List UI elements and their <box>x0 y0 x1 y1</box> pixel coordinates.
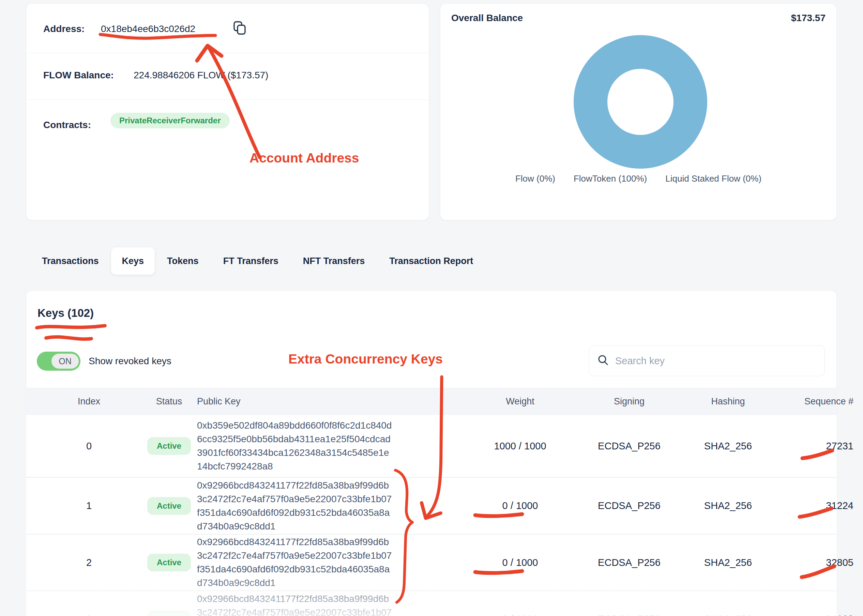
status-badge: Active <box>147 497 191 515</box>
tab-transactions[interactable]: Transactions <box>42 247 111 275</box>
key-index: 1 <box>74 478 104 534</box>
header-index[interactable]: Index <box>74 388 104 415</box>
key-sequence: 27231 <box>776 415 854 477</box>
key-signing: ECDSA_P256 <box>588 534 670 591</box>
key-public-key: 0x92966bcd843241177f22fd85a38ba9f99d6b3c… <box>197 478 395 534</box>
key-sequence: 32805 <box>776 534 854 591</box>
key-weight: 0 / 1000 <box>479 591 561 616</box>
status-badge: Active <box>147 554 191 571</box>
key-weight: 0 / 1000 <box>479 534 561 591</box>
header-hashing[interactable]: Hashing <box>687 388 769 415</box>
address-value: 0x18eb4ee6b3c026d2 <box>101 24 195 35</box>
header-sequence[interactable]: Sequence # <box>776 388 854 415</box>
key-row-2[interactable]: 2 Active 0x92966bcd843241177f22fd85a38ba… <box>26 534 837 591</box>
search-key-input[interactable] <box>615 355 816 366</box>
show-revoked-label: Show revoked keys <box>89 356 171 366</box>
contract-badge[interactable]: PrivateReceiverForwarder <box>110 113 230 129</box>
annotation-extra-concurrency-keys: Extra Concurrency Keys <box>288 352 443 366</box>
overall-balance-title: Overall Balance <box>451 13 523 24</box>
copy-address-icon[interactable] <box>233 21 247 36</box>
divider <box>26 99 429 100</box>
header-weight[interactable]: Weight <box>479 388 561 415</box>
tab-nft-transfers[interactable]: NFT Transfers <box>291 247 377 275</box>
overall-balance-card: Overall Balance $173.57 Flow (0%) FlowTo… <box>440 3 837 220</box>
search-icon <box>597 354 609 367</box>
key-signing: ECDSA_P256 <box>588 415 670 477</box>
address-label: Address: <box>43 24 85 35</box>
key-public-key: 0x92966bcd843241177f22fd85a38ba9f99d6b3c… <box>197 534 395 591</box>
key-index: 2 <box>74 534 104 591</box>
legend-item-flow[interactable]: Flow (0%) <box>516 173 555 184</box>
keys-heading: Keys (102) <box>38 306 94 320</box>
key-signing: ECDSA_P256 <box>588 591 670 616</box>
legend-item-liquid-staked[interactable]: Liquid Staked Flow (0%) <box>665 173 761 184</box>
tab-tokens[interactable]: Tokens <box>155 247 211 275</box>
tab-keys[interactable]: Keys <box>111 247 155 275</box>
header-public-key[interactable]: Public Key <box>197 388 395 415</box>
tab-transaction-report[interactable]: Transaction Report <box>377 247 485 275</box>
key-sequence: 31224 <box>776 478 854 534</box>
account-info-card: Address: 0x18eb4ee6b3c026d2 FLOW Balance… <box>26 3 429 220</box>
key-hashing: SHA2_256 <box>687 534 769 591</box>
donut-hole <box>607 69 673 135</box>
key-signing: ECDSA_P256 <box>588 478 670 534</box>
flow-balance-label: FLOW Balance: <box>43 70 114 81</box>
key-weight: 1000 / 1000 <box>479 415 561 477</box>
account-tabs: Transactions Keys Tokens FT Transfers NF… <box>42 247 485 275</box>
key-sequence: 34102 <box>776 591 854 616</box>
key-index: 0 <box>74 415 104 477</box>
divider <box>26 53 429 53</box>
key-hashing: SHA2_256 <box>687 478 769 534</box>
key-row-1[interactable]: 1 Active 0x92966bcd843241177f22fd85a38ba… <box>26 478 837 534</box>
show-revoked-toggle[interactable]: ON <box>37 352 80 371</box>
legend-item-flowtoken[interactable]: FlowToken (100%) <box>574 173 647 184</box>
tab-ft-transfers[interactable]: FT Transfers <box>211 247 291 275</box>
account-page: Address: 0x18eb4ee6b3c026d2 FLOW Balance… <box>0 0 863 616</box>
annotation-account-address: Account Address <box>250 151 359 166</box>
key-index: 3 <box>74 591 104 616</box>
key-weight: 0 / 1000 <box>479 478 561 534</box>
key-public-key: 0xb359e502df804a89bdd660f0f8f6c2d1c840d6… <box>197 415 395 477</box>
key-public-key: 0x92966bcd843241177f22fd85a38ba9f99d6b3c… <box>197 591 395 616</box>
toggle-knob[interactable]: ON <box>52 354 79 369</box>
key-row-3[interactable]: 3 Active 0x92966bcd843241177f22fd85a38ba… <box>26 591 837 616</box>
overall-balance-amount: $173.57 <box>791 13 825 24</box>
key-row-0[interactable]: 0 Active 0xb359e502df804a89bdd660f0f8f6c… <box>26 415 837 477</box>
search-key-box[interactable] <box>589 346 825 376</box>
status-badge: Active <box>147 437 191 455</box>
contracts-label: Contracts: <box>43 119 91 130</box>
header-signing[interactable]: Signing <box>588 388 670 415</box>
keys-table-header: Index Status Public Key Weight Signing H… <box>26 388 837 415</box>
key-hashing: SHA2_256 <box>687 591 769 616</box>
key-hashing: SHA2_256 <box>687 415 769 477</box>
balance-donut-chart <box>574 35 707 169</box>
flow-balance-value: 224.98846206 FLOW ($173.57) <box>134 70 268 81</box>
donut-legend: Flow (0%) FlowToken (100%) Liquid Staked… <box>440 173 836 184</box>
status-badge: Active <box>147 611 191 616</box>
